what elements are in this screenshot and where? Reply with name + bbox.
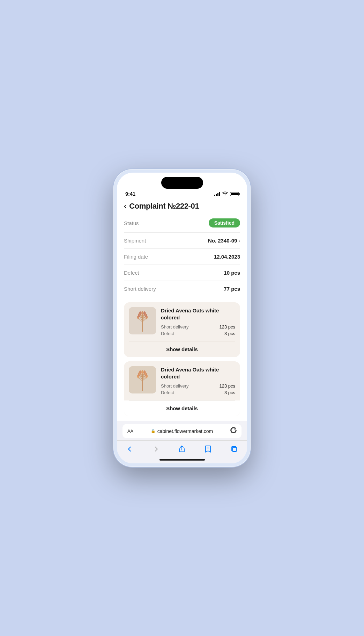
product-stat-row-2: Defect 3 pcs: [161, 331, 235, 336]
products-section: Dried Avena Oats white colored Short del…: [117, 297, 247, 421]
wifi-icon: [222, 191, 228, 196]
product-short-delivery-label-2: Short delivery: [161, 383, 188, 389]
defect-value: 10 pcs: [224, 270, 240, 276]
filing-date-label: Filing date: [124, 254, 148, 260]
info-section: Status Satisfied Shipment No. 2340-09 › …: [117, 214, 247, 297]
product-stat-row-4: Defect 3 pcs: [161, 390, 235, 395]
defect-row: Defect 10 pcs: [124, 265, 240, 281]
browser-back-button[interactable]: [122, 443, 138, 455]
filing-date-value: 12.04.2023: [214, 254, 240, 260]
product-defect-label: Defect: [161, 331, 174, 336]
bookmarks-button[interactable]: [200, 443, 216, 455]
status-time: 9:41: [125, 191, 135, 197]
short-delivery-row: Short delivery 77 pcs: [124, 281, 240, 297]
product-stat-row: Short delivery 123 pcs: [161, 324, 235, 330]
product-card-2: Dried Avena Oats white colored Short del…: [124, 361, 240, 416]
nav-bar: [117, 440, 247, 457]
product-info: Dried Avena Oats white colored Short del…: [161, 307, 235, 336]
browser-forward-button[interactable]: [148, 443, 164, 455]
shipment-label: Shipment: [124, 238, 146, 244]
product-stat-row-3: Short delivery 123 pcs: [161, 383, 235, 389]
url-left: AA: [127, 428, 133, 434]
signal-icon: [214, 192, 220, 196]
page-header: ‹ Complaint №222-01: [117, 197, 247, 214]
show-details-white-wrapper: Show details: [124, 400, 240, 416]
home-bar: [159, 459, 205, 461]
shipment-link[interactable]: No. 2340-09 ›: [208, 238, 240, 244]
phone-shell: 9:41 ‹: [113, 169, 251, 467]
status-badge: Satisfied: [209, 218, 240, 227]
svg-point-37: [141, 370, 143, 374]
chevron-right-icon: ›: [238, 238, 240, 244]
product-short-delivery-label: Short delivery: [161, 324, 188, 330]
product-card-inner-2: Dried Avena Oats white colored Short del…: [124, 361, 240, 400]
product-name-2: Dried Avena Oats white colored: [161, 366, 235, 380]
filing-date-row: Filing date 12.04.2023: [124, 249, 240, 265]
product-info-2: Dried Avena Oats white colored Short del…: [161, 366, 235, 395]
product-defect-value: 3 pcs: [224, 331, 235, 336]
product-defect-label-2: Defect: [161, 390, 174, 395]
url-text: cabinet.flowermarket.com: [157, 428, 213, 434]
page-title: Complaint №222-01: [129, 202, 199, 211]
product-stats-2: Short delivery 123 pcs Defect 3 pcs: [161, 383, 235, 395]
product-short-delivery-value-2: 123 pcs: [219, 383, 235, 389]
short-delivery-value: 77 pcs: [224, 286, 240, 292]
content-scroll[interactable]: ‹ Complaint №222-01 Status Satisfied Shi…: [117, 197, 247, 421]
status-icons: [214, 191, 239, 196]
product-card-inner: Dried Avena Oats white colored Short del…: [124, 302, 240, 341]
url-center: 🔒 cabinet.flowermarket.com: [151, 428, 213, 434]
url-bar[interactable]: AA 🔒 cabinet.flowermarket.com: [122, 424, 242, 438]
show-details-button-2[interactable]: Show details: [124, 400, 240, 416]
product-card: Dried Avena Oats white colored Short del…: [124, 302, 240, 357]
defect-label: Defect: [124, 270, 139, 276]
product-short-delivery-value: 123 pcs: [219, 324, 235, 330]
product-stats: Short delivery 123 pcs Defect 3 pcs: [161, 324, 235, 336]
home-indicator: [117, 457, 247, 463]
browser-bar: AA 🔒 cabinet.flowermarket.com: [117, 421, 247, 440]
battery-icon: [230, 192, 239, 196]
status-label: Status: [124, 220, 139, 226]
refresh-icon[interactable]: [230, 427, 237, 435]
lock-icon: 🔒: [151, 429, 156, 433]
product-image: [129, 307, 156, 334]
product-name: Dried Avena Oats white colored: [161, 307, 235, 321]
product-image-2: [129, 366, 156, 393]
dynamic-island: [161, 177, 203, 189]
product-defect-value-2: 3 pcs: [224, 390, 235, 395]
svg-point-18: [141, 311, 143, 315]
shipment-value: No. 2340-09: [208, 238, 237, 244]
status-row: Status Satisfied: [124, 214, 240, 233]
share-button[interactable]: [174, 443, 190, 455]
phone-screen: 9:41 ‹: [117, 173, 247, 463]
show-details-button[interactable]: Show details: [124, 341, 240, 357]
font-size-label[interactable]: AA: [127, 428, 133, 434]
status-bar: 9:41: [117, 189, 247, 197]
short-delivery-label: Short delivery: [124, 286, 156, 292]
back-button[interactable]: ‹: [124, 202, 126, 210]
svg-rect-38: [232, 447, 237, 451]
shipment-row: Shipment No. 2340-09 ›: [124, 233, 240, 249]
tabs-button[interactable]: [226, 443, 242, 455]
